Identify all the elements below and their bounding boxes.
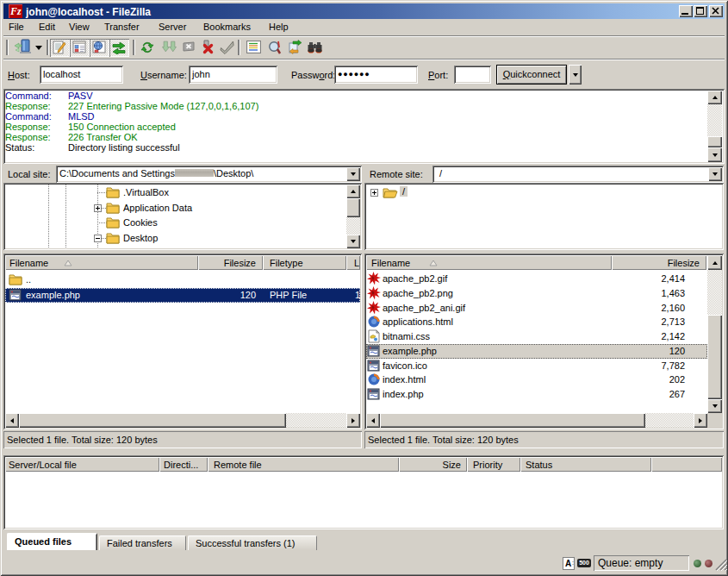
svg-text:Fz: Fz bbox=[9, 5, 22, 17]
